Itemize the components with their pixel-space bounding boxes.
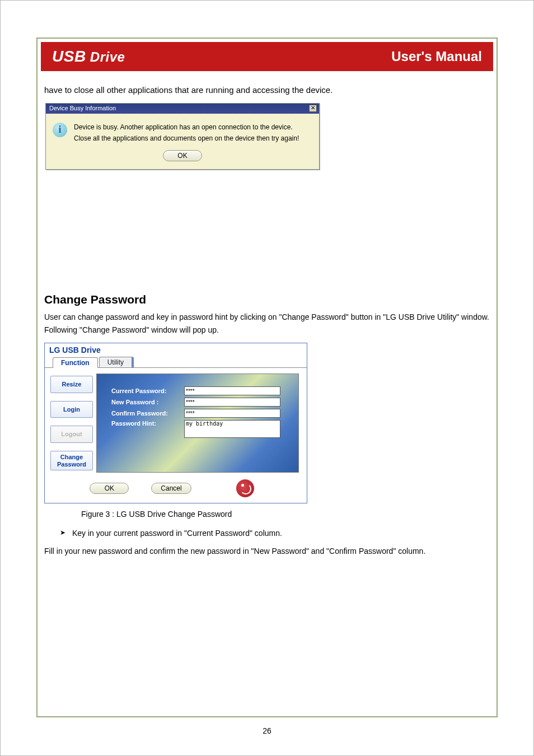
dialog-message-line: Device is busy. Another application has … [74,122,299,133]
close-icon[interactable]: ✕ [309,105,317,112]
tab-strip: Function Utility [45,354,307,368]
confirm-password-input[interactable] [184,409,280,418]
tab-function[interactable]: Function [53,357,98,368]
paragraph: User can change password and key in pass… [44,311,490,338]
document-header: USB USB DriveDrive User's Manual [41,42,493,71]
password-form-panel: Current Password: New Password : Confirm… [96,374,299,473]
logo-text: USB USB DriveDrive [52,48,125,66]
dialog-title: LG USB Drive [45,343,307,354]
info-icon: i [53,123,67,137]
password-hint-label: Password Hint: [111,420,184,427]
ok-button[interactable]: OK [90,483,129,494]
dialog-titlebar: Device Busy Information ✕ [46,104,319,114]
lg-logo-icon [236,479,254,497]
device-busy-dialog: Device Busy Information ✕ i Device is bu… [45,103,320,170]
document-title: User's Manual [391,49,482,64]
paragraph: Fill in your new password and confirm th… [44,545,490,558]
change-password-button[interactable]: ChangePassword [50,451,93,470]
current-password-label: Current Password: [111,388,184,394]
current-password-input[interactable] [184,386,280,395]
new-password-input[interactable] [184,398,280,407]
figure-caption: Figure 3 : LG USB Drive Change Password [81,508,490,521]
lg-usb-drive-dialog: LG USB Drive Function Utility Resize Log… [44,343,307,503]
new-password-label: New Password : [111,399,184,405]
password-hint-input[interactable] [184,420,280,438]
bullet-icon: ➤ [60,529,65,536]
paragraph: have to close all other applications tha… [44,83,490,97]
section-heading: Change Password [44,293,490,306]
bullet-text: Key in your current password in "Current… [72,527,282,540]
tab-utility[interactable]: Utility [99,357,134,367]
cancel-button[interactable]: Cancel [151,483,191,494]
logout-button: Logout [50,426,93,443]
ok-button[interactable]: OK [163,150,202,161]
dialog-title: Device Busy Information [49,105,116,111]
confirm-password-label: Confirm Password: [111,410,184,417]
page-number: 26 [263,726,271,735]
login-button[interactable]: Login [50,401,93,418]
resize-button[interactable]: Resize [50,376,93,393]
dialog-message-line: Close all the applications and documents… [74,133,299,144]
